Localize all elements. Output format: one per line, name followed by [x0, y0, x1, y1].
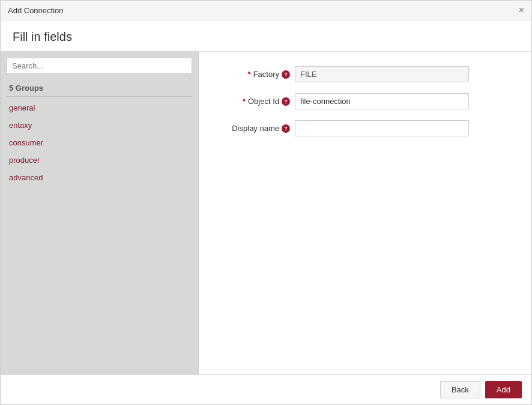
object-id-field-row: * Object Id ?	[218, 93, 512, 109]
back-button[interactable]: Back	[440, 381, 480, 398]
object-id-label-text: Object Id	[248, 97, 279, 106]
dialog-title: Add Connection	[8, 6, 64, 15]
page-title: Fill in fields	[13, 30, 519, 44]
object-id-required-star: *	[243, 97, 246, 106]
sidebar: 5 Groups general entaxy consumer produce…	[1, 52, 199, 374]
display-name-help-icon[interactable]: ?	[282, 124, 290, 133]
factory-input[interactable]	[295, 66, 469, 82]
display-name-field-row: Display name ?	[218, 120, 512, 136]
dialog-footer: Back Add	[1, 374, 531, 404]
page-heading-area: Fill in fields	[1, 20, 531, 52]
object-id-input[interactable]	[295, 93, 469, 109]
factory-field-row: * Factory ?	[218, 66, 512, 82]
add-connection-dialog: Add Connection × Fill in fields 5 Groups…	[0, 0, 532, 405]
object-id-help-icon[interactable]: ?	[282, 97, 290, 106]
display-name-label: Display name ?	[218, 124, 290, 133]
factory-help-icon[interactable]: ?	[282, 70, 290, 79]
sidebar-item-advanced[interactable]: advanced	[7, 169, 192, 186]
display-name-label-text: Display name	[232, 124, 279, 133]
search-input[interactable]	[7, 58, 192, 74]
factory-label-text: Factory	[253, 70, 279, 79]
display-name-input[interactable]	[295, 120, 469, 136]
dialog-title-bar: Add Connection ×	[1, 1, 531, 20]
close-button[interactable]: ×	[519, 5, 524, 15]
sidebar-item-consumer[interactable]: consumer	[7, 134, 192, 151]
factory-label: * Factory ?	[218, 70, 290, 79]
sidebar-item-entaxy[interactable]: entaxy	[7, 117, 192, 134]
sidebar-item-producer[interactable]: producer	[7, 151, 192, 169]
add-button[interactable]: Add	[485, 381, 522, 398]
content-area: 5 Groups general entaxy consumer produce…	[1, 52, 531, 374]
main-panel: * Factory ? * Object Id ? Display name	[199, 52, 531, 374]
sidebar-item-general[interactable]: general	[7, 99, 192, 117]
groups-header: 5 Groups	[7, 80, 192, 97]
object-id-label: * Object Id ?	[218, 97, 290, 106]
factory-required-star: *	[248, 70, 251, 79]
